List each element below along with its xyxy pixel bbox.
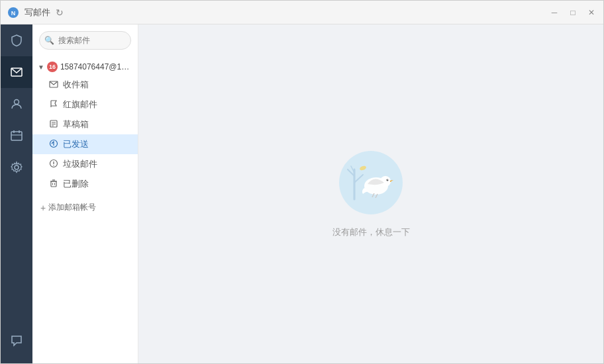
title-bar-controls: ─ □ ✕ [549, 7, 597, 18]
content-area: 没有邮件，休息一下 [138, 24, 603, 363]
contacts-icon [10, 97, 23, 111]
svg-text:N: N [11, 10, 16, 17]
close-button[interactable]: ✕ [586, 7, 597, 18]
folder-label-sent: 已发送 [63, 138, 132, 150]
folder-label-spam: 垃圾邮件 [63, 158, 132, 170]
settings-icon [10, 161, 23, 174]
svg-point-3 [15, 100, 19, 105]
account-icon-text: 16 [49, 64, 56, 70]
main-layout: 🔍 ▼ 16 15874076447@163.co... [1, 24, 603, 363]
svg-point-31 [387, 179, 389, 181]
spam-icon [48, 159, 59, 170]
icon-sidebar-bottom [1, 325, 32, 363]
sidebar-item-calendar[interactable] [1, 120, 32, 152]
folder-label-deleted: 已删除 [63, 178, 132, 190]
sidebar-item-contacts[interactable] [1, 88, 32, 120]
empty-illustration [338, 150, 404, 216]
shield-icon [10, 34, 23, 47]
title-bar-title: 写邮件 [25, 7, 50, 19]
calendar-icon [10, 129, 23, 142]
flag-icon [48, 99, 59, 111]
folder-item-drafts[interactable]: 草稿箱 [32, 114, 138, 134]
app-logo-icon: N [7, 7, 19, 19]
sidebar-item-mail[interactable] [1, 56, 32, 88]
maximize-button[interactable]: □ [568, 7, 578, 18]
empty-state: 没有邮件，休息一下 [332, 150, 410, 238]
add-account-button[interactable]: + 添加邮箱帐号 [32, 197, 138, 218]
search-icon: 🔍 [44, 36, 54, 45]
minimize-button[interactable]: ─ [549, 7, 560, 18]
account-header[interactable]: ▼ 16 15874076447@163.co... [32, 59, 138, 75]
folder-item-sent[interactable]: 已发送 [32, 134, 138, 154]
folder-label-flagged: 红旗邮件 [63, 99, 132, 111]
search-wrapper: 🔍 [39, 31, 131, 50]
folder-item-inbox[interactable]: 收件箱 [32, 75, 138, 95]
empty-state-text: 没有邮件，休息一下 [332, 226, 410, 238]
add-plus-icon: + [40, 203, 46, 213]
add-account-label: 添加邮箱帐号 [48, 202, 96, 213]
drafts-icon [48, 119, 59, 130]
sent-icon [48, 139, 59, 150]
icon-sidebar [1, 24, 32, 363]
svg-point-17 [53, 165, 54, 165]
sidebar-item-chat[interactable] [1, 325, 32, 357]
app-window: N 写邮件 ↻ ─ □ ✕ [0, 0, 604, 364]
svg-rect-18 [51, 181, 56, 187]
folder-label-inbox: 收件箱 [63, 79, 132, 91]
title-bar-left: N 写邮件 ↻ [7, 7, 64, 19]
account-name: 15874076447@163.co... [60, 62, 132, 71]
folder-list: 收件箱 红旗邮件 [32, 75, 138, 194]
refresh-icon[interactable]: ↻ [56, 7, 64, 18]
svg-rect-4 [11, 132, 22, 140]
account-arrow-icon: ▼ [38, 64, 44, 71]
title-bar: N 写邮件 ↻ ─ □ ✕ [1, 1, 603, 24]
folder-item-flagged[interactable]: 红旗邮件 [32, 95, 138, 114]
account-section: ▼ 16 15874076447@163.co... [32, 56, 138, 221]
search-bar: 🔍 [32, 24, 138, 56]
inbox-icon [48, 79, 59, 91]
mail-icon [10, 66, 23, 79]
svg-point-8 [15, 165, 19, 169]
svg-point-32 [387, 179, 388, 180]
icon-sidebar-top [1, 24, 32, 183]
folder-item-deleted[interactable]: 已删除 [32, 174, 138, 194]
folder-item-spam[interactable]: 垃圾邮件 [32, 154, 138, 174]
sidebar-item-shield[interactable] [1, 24, 32, 56]
sidebar-item-settings[interactable] [1, 152, 32, 183]
folder-sidebar: 🔍 ▼ 16 15874076447@163.co... [32, 24, 138, 363]
folder-label-drafts: 草稿箱 [63, 118, 132, 130]
chat-icon [10, 334, 23, 347]
deleted-icon [48, 179, 59, 190]
account-icon: 16 [47, 62, 58, 72]
